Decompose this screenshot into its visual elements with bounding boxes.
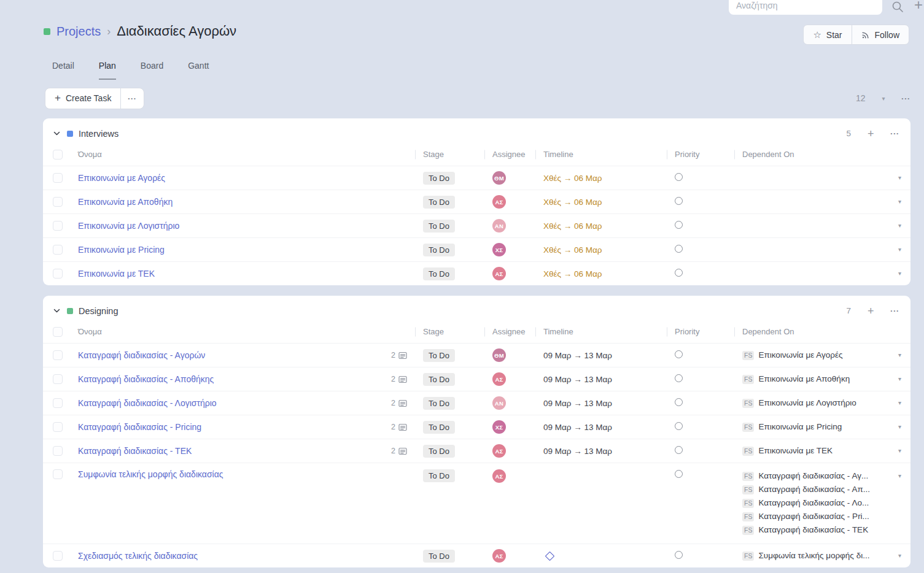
priority-icon[interactable] bbox=[675, 551, 683, 559]
row-dropdown-caret[interactable] bbox=[898, 444, 901, 458]
assignee-avatar[interactable]: ΧΣ bbox=[492, 420, 506, 434]
priority-icon[interactable] bbox=[675, 173, 683, 181]
assignee-avatar[interactable]: ΑΣ bbox=[492, 267, 506, 280]
task-checkbox[interactable] bbox=[53, 551, 63, 561]
dependency-link[interactable]: Καταγραφή διαδικασίας - Λο... bbox=[758, 496, 869, 510]
tab-detail[interactable]: Detail bbox=[52, 61, 74, 80]
row-dropdown-caret[interactable] bbox=[898, 396, 901, 410]
dependency-link[interactable]: Επικοινωνία με Λογιστήριο bbox=[758, 396, 856, 410]
select-all-checkbox[interactable] bbox=[53, 327, 63, 337]
assignee-avatar[interactable]: ΑΝ bbox=[492, 396, 506, 410]
task-name-link[interactable]: Επικοινωνία με Αποθήκη bbox=[78, 197, 173, 207]
assignee-avatar[interactable]: ΑΣ bbox=[492, 549, 506, 563]
group-more-icon[interactable] bbox=[891, 308, 899, 313]
stage-badge[interactable]: To Do bbox=[423, 469, 455, 482]
timeline-value[interactable]: 09 Μαρ → 13 Μαρ bbox=[543, 351, 612, 360]
row-dropdown-caret[interactable] bbox=[898, 348, 901, 362]
stage-badge[interactable]: To Do bbox=[423, 220, 455, 233]
assignee-avatar[interactable]: ΑΣ bbox=[492, 195, 506, 209]
task-name-link[interactable]: Καταγραφή διαδικασίας - ΤΕΚ bbox=[78, 446, 192, 456]
timeline-value[interactable]: Χθές → 06 Μαρ bbox=[543, 221, 602, 231]
task-checkbox[interactable] bbox=[53, 469, 63, 479]
stage-badge[interactable]: To Do bbox=[423, 172, 455, 185]
dependency-link[interactable]: Καταγραφή διαδικασίας - Αγ... bbox=[758, 469, 868, 483]
row-dropdown-caret[interactable] bbox=[898, 243, 901, 256]
priority-icon[interactable] bbox=[675, 245, 683, 253]
priority-icon[interactable] bbox=[675, 446, 683, 454]
row-dropdown-caret[interactable] bbox=[898, 372, 901, 386]
task-name-link[interactable]: Επικοινωνία με Λογιστήριο bbox=[78, 221, 179, 231]
tab-board[interactable]: Board bbox=[141, 61, 163, 80]
stage-badge[interactable]: To Do bbox=[423, 267, 455, 280]
task-name-link[interactable]: Επικοινωνία με Αγορές bbox=[78, 173, 165, 183]
create-task-button[interactable]: + Create Task bbox=[45, 88, 120, 109]
stage-badge[interactable]: To Do bbox=[423, 421, 455, 434]
timeline-value[interactable]: 09 Μαρ → 13 Μαρ bbox=[543, 447, 612, 456]
task-checkbox[interactable] bbox=[53, 173, 63, 183]
row-dropdown-caret[interactable] bbox=[898, 469, 901, 483]
row-dropdown-caret[interactable] bbox=[898, 171, 901, 185]
task-checkbox[interactable] bbox=[53, 197, 63, 207]
breadcrumb-projects-link[interactable]: Projects bbox=[56, 25, 101, 39]
task-name-link[interactable]: Καταγραφή διαδικασίας - Αποθήκης bbox=[78, 374, 214, 384]
priority-icon[interactable] bbox=[675, 221, 683, 229]
row-dropdown-caret[interactable] bbox=[898, 549, 901, 563]
task-checkbox[interactable] bbox=[53, 374, 63, 384]
task-name-link[interactable]: Επικοινωνία με ΤΕΚ bbox=[78, 269, 155, 279]
dependency-link[interactable]: Επικοινωνία με Pricing bbox=[758, 420, 842, 434]
task-checkbox[interactable] bbox=[53, 398, 63, 408]
group-add-task-icon[interactable]: + bbox=[868, 128, 874, 139]
stage-badge[interactable]: To Do bbox=[423, 550, 455, 563]
priority-icon[interactable] bbox=[675, 422, 683, 430]
assignee-avatar[interactable]: ΑΣ bbox=[492, 469, 506, 483]
task-checkbox[interactable] bbox=[53, 245, 63, 255]
stage-badge[interactable]: To Do bbox=[423, 397, 455, 410]
tab-plan[interactable]: Plan bbox=[99, 61, 116, 80]
dependency-link[interactable]: Επικοινωνία με Αποθήκη bbox=[758, 372, 850, 386]
assignee-avatar[interactable]: ΑΣ bbox=[492, 372, 506, 386]
group-add-task-icon[interactable]: + bbox=[868, 306, 874, 317]
chevron-down-icon[interactable] bbox=[53, 129, 61, 137]
task-checkbox[interactable] bbox=[53, 221, 63, 231]
star-button[interactable]: ☆ Star bbox=[804, 25, 851, 44]
row-dropdown-caret[interactable] bbox=[898, 420, 901, 434]
priority-icon[interactable] bbox=[675, 350, 683, 358]
assignee-avatar[interactable]: ΑΝ bbox=[492, 219, 506, 233]
dependency-link[interactable]: Επικοινωνία με Αγορές bbox=[758, 348, 842, 362]
list-more-icon[interactable] bbox=[902, 96, 910, 101]
select-all-checkbox[interactable] bbox=[53, 150, 63, 160]
priority-icon[interactable] bbox=[675, 398, 683, 406]
dependency-link[interactable]: Καταγραφή διαδικασίας - ΤΕΚ bbox=[758, 523, 868, 537]
stage-badge[interactable]: To Do bbox=[423, 445, 455, 458]
task-checkbox[interactable] bbox=[53, 422, 63, 432]
stage-badge[interactable]: To Do bbox=[423, 373, 455, 386]
task-name-link[interactable]: Συμφωνία τελικής μορφής διαδικασίας bbox=[78, 469, 223, 479]
priority-icon[interactable] bbox=[675, 269, 683, 277]
timeline-value[interactable]: Χθές → 06 Μαρ bbox=[543, 269, 602, 279]
group-more-icon[interactable] bbox=[891, 131, 899, 136]
stage-badge[interactable]: To Do bbox=[423, 196, 455, 209]
row-dropdown-caret[interactable] bbox=[898, 219, 901, 233]
chevron-down-icon[interactable] bbox=[53, 307, 61, 315]
search-icon[interactable] bbox=[891, 0, 904, 13]
create-task-more-icon[interactable] bbox=[120, 88, 143, 109]
search-input[interactable] bbox=[729, 0, 882, 15]
stage-badge[interactable]: To Do bbox=[423, 349, 455, 362]
timeline-value[interactable]: Χθές → 06 Μαρ bbox=[543, 245, 602, 255]
assignee-avatar[interactable]: ΘΜ bbox=[492, 171, 506, 185]
assignee-avatar[interactable]: ΧΣ bbox=[492, 243, 506, 256]
tab-gantt[interactable]: Gantt bbox=[188, 61, 209, 80]
assignee-avatar[interactable]: ΑΣ bbox=[492, 444, 506, 458]
task-checkbox[interactable] bbox=[53, 446, 63, 456]
count-dropdown-icon[interactable] bbox=[882, 95, 885, 102]
timeline-value[interactable]: 09 Μαρ → 13 Μαρ bbox=[543, 399, 612, 408]
priority-icon[interactable] bbox=[675, 374, 683, 382]
priority-icon[interactable] bbox=[675, 197, 683, 205]
task-name-link[interactable]: Καταγραφή διαδικασίας - Αγορών bbox=[78, 350, 205, 360]
task-name-link[interactable]: Επικοινωνία με Pricing bbox=[78, 245, 165, 255]
dependency-link[interactable]: Συμφωνία τελικής μορφής δι... bbox=[758, 549, 869, 563]
task-name-link[interactable]: Σχεδιασμός τελικής διαδικασίας bbox=[78, 551, 198, 561]
dependency-link[interactable]: Καταγραφή διαδικασίας - Pri... bbox=[758, 510, 869, 523]
task-name-link[interactable]: Καταγραφή διαδικασίας - Pricing bbox=[78, 422, 201, 432]
dependency-link[interactable]: Επικοινωνία με ΤΕΚ bbox=[758, 444, 833, 458]
